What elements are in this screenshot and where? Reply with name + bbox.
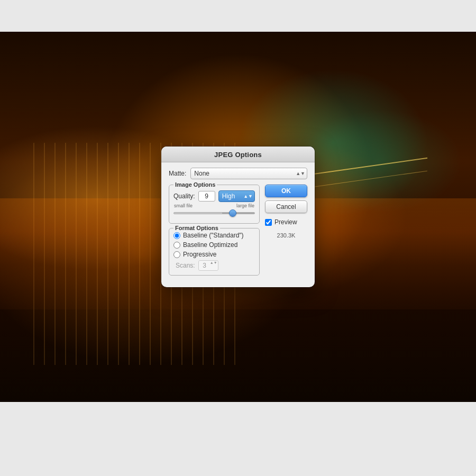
preview-row: Preview xyxy=(265,218,307,226)
main-area: JPEG Options Matte: None White Black Bac… xyxy=(0,32,476,402)
preview-checkbox[interactable] xyxy=(265,219,272,226)
format-label-progressive: Progressive xyxy=(183,251,216,258)
scans-input-wrapper: ▲▼ xyxy=(198,260,218,271)
quality-row: Quality: Low Medium High Maximum xyxy=(173,190,255,202)
format-options-legend: Format Options xyxy=(173,225,220,231)
dialog-left: Image Options Quality: Low Medium High xyxy=(169,185,260,280)
format-radio-progressive[interactable] xyxy=(173,251,180,258)
format-options-section: Format Options Baseline ("Standard") Bas… xyxy=(169,228,260,276)
scans-spinners[interactable]: ▲▼ xyxy=(210,261,217,265)
ok-button[interactable]: OK xyxy=(265,185,307,197)
dialog-body: Matte: None White Black Background Foreg… xyxy=(161,162,315,287)
image-options-legend: Image Options xyxy=(173,181,217,188)
scans-row: Scans: ▲▼ xyxy=(173,260,255,271)
matte-row: Matte: None White Black Background Foreg… xyxy=(169,168,307,179)
quality-select-wrapper: Low Medium High Maximum ▲▼ xyxy=(218,190,255,202)
cancel-button[interactable]: Cancel xyxy=(265,200,307,213)
format-radio-baseline-optimized[interactable] xyxy=(173,242,180,249)
quality-input[interactable] xyxy=(198,191,215,202)
dialog-title: JPEG Options xyxy=(214,151,262,159)
scans-label: Scans: xyxy=(176,262,195,269)
bottom-bar xyxy=(0,402,476,476)
dialog-content-and-buttons: Image Options Quality: Low Medium High xyxy=(169,185,307,280)
quality-level-select[interactable]: Low Medium High Maximum xyxy=(218,190,255,202)
dialog-titlebar: JPEG Options xyxy=(161,147,315,162)
quality-label: Quality: xyxy=(173,193,195,200)
format-label-baseline-optimized: Baseline Optimized xyxy=(183,241,237,249)
image-options-section: Image Options Quality: Low Medium High xyxy=(169,185,260,224)
format-option-baseline-optimized[interactable]: Baseline Optimized xyxy=(173,241,255,249)
format-option-baseline-standard[interactable]: Baseline ("Standard") xyxy=(173,232,255,239)
dialog-overlay: JPEG Options Matte: None White Black Bac… xyxy=(0,32,476,402)
top-bar xyxy=(0,0,476,32)
quality-slider[interactable] xyxy=(173,209,255,217)
preview-label: Preview xyxy=(274,218,297,226)
format-radio-baseline-standard[interactable] xyxy=(173,232,180,239)
jpeg-options-dialog: JPEG Options Matte: None White Black Bac… xyxy=(161,147,315,287)
dialog-right: OK Cancel Preview 230.3K xyxy=(265,185,307,280)
format-label-baseline-standard: Baseline ("Standard") xyxy=(183,232,244,239)
matte-select-wrapper: None White Black Background Foreground ▲… xyxy=(190,168,307,179)
matte-label: Matte: xyxy=(169,170,186,177)
slider-max-label: large file xyxy=(236,203,254,208)
format-option-progressive[interactable]: Progressive xyxy=(173,251,255,258)
slider-min-label: small file xyxy=(174,203,193,208)
file-size: 230.3K xyxy=(265,232,307,239)
slider-labels: small file large file xyxy=(173,203,255,208)
matte-select[interactable]: None White Black Background Foreground xyxy=(190,168,307,179)
